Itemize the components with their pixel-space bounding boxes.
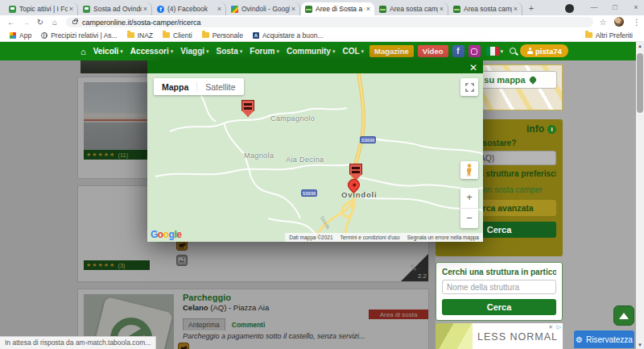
forward-icon[interactable]: → [19,16,32,28]
nav-col[interactable]: COL▾ [341,45,365,57]
user-account-button[interactable]: pista74 [520,44,568,57]
close-icon[interactable]: ✕ [469,62,477,73]
bookmark-apps[interactable]: App [10,31,31,39]
info-label: info [526,123,544,135]
gear-icon: ⚙ [576,335,583,344]
tab-close-icon[interactable]: × [291,5,295,13]
chevron-down-icon: ▾ [332,48,336,55]
back-icon[interactable]: ← [5,16,18,28]
tab-google-maps[interactable]: Ovindoli - Google Ma × [227,2,300,15]
globe-icon [41,32,47,39]
nav-veicoli[interactable]: Veicoli▾ [92,45,125,57]
scroll-to-top-button[interactable] [613,305,634,326]
bookmark-folder-inaz[interactable]: INAZ [127,31,153,39]
map-modal: ✕ [147,60,483,242]
nav-community[interactable]: Community▾ [285,45,337,57]
tab-close-icon[interactable]: × [217,5,221,13]
bookmark-folder-clienti[interactable]: Clienti [163,31,192,39]
nav-sosta[interactable]: Sosta▾ [215,45,245,57]
app-icon: A [253,32,259,39]
nav-label: Veicoli [93,47,119,56]
pegman-streetview-control[interactable] [460,161,478,179]
nav-label: Sosta [217,47,238,56]
ad-close-icon[interactable]: ✕ [548,324,553,330]
advertisement[interactable]: LESS NORMAL ✕ ▷ [436,323,563,349]
media-indicator-icon[interactable] [565,4,574,13]
zoom-out-button[interactable]: − [460,209,478,229]
menu-dots-icon[interactable]: ⋮ [630,16,643,28]
reload-icon[interactable]: ↻ [34,16,47,28]
bookmark-folder-personale[interactable]: Personale [202,31,243,39]
scrollbar-up-icon[interactable]: ▲ [636,42,644,50]
map-pin-icon [528,75,537,84]
structure-name-input[interactable] [442,280,556,294]
report-error-link[interactable]: Segnala un errore nella mappa [407,235,479,240]
home-icon[interactable]: ⌂ [48,16,61,28]
bookmark-label: App [19,31,31,39]
nav-label: Community [287,47,331,56]
tab-forum-topics[interactable]: Topic attivi | I Forum d × [5,2,78,15]
terms-link[interactable]: Termini e condizioni d'uso [341,235,400,240]
bookmark-acquistare[interactable]: A Acquistare a buon... [253,31,324,39]
scrollbar-down-icon[interactable]: ▼ [636,341,644,349]
tab-area-sosta-2[interactable]: Area sosta camper Pa × [449,2,522,15]
structure-search-button[interactable]: Cerca [442,299,556,315]
url-input[interactable]: camperonline.it/sosta-camper/ricerca [66,17,593,27]
camperonline-favicon-icon [305,6,312,13]
map-attribution: Dati mappa ©2021 Termini e condizioni d'… [285,233,483,242]
map-type-satellite-button[interactable]: Satellite [197,82,243,92]
tab-close-icon[interactable]: × [69,5,73,13]
fullscreen-button[interactable] [460,78,478,96]
other-bookmarks[interactable]: Altri Preferiti [585,31,633,39]
chevron-down-icon: ▾ [120,48,123,55]
tab-title: Topic attivi | I Forum d [19,5,68,13]
url-text: camperonline.it/sosta-camper/ricerca [82,19,201,27]
maximize-button[interactable]: □ [608,2,622,14]
tab-close-icon[interactable]: × [440,5,444,13]
folder-icon [163,32,170,38]
new-tab-button[interactable]: + [525,2,538,15]
zoom-in-button[interactable]: + [460,188,478,209]
nav-forum[interactable]: Forum▾ [248,45,281,57]
nav-accessori[interactable]: Accessori▾ [129,45,175,57]
forum-favicon-icon [83,6,90,13]
structure-search-title: Cerchi una struttura in particolare? [442,268,556,276]
adchoices-icon[interactable]: ▷ [557,324,561,330]
bookmark-label: Acquistare a buon... [262,31,324,39]
ad-text: LESS NORMAL [477,331,558,343]
tab-area-sosta-1[interactable]: Area sosta camper Pa × [375,2,448,15]
scrollbar-thumb[interactable] [637,53,643,113]
instagram-icon[interactable] [469,45,481,57]
google-map[interactable]: Campagnolo Magnola Aia Decina Ovindoli S… [147,73,483,242]
info-icon[interactable]: i [547,125,556,134]
page-scrollbar[interactable]: ▲ ▼ [636,42,644,349]
privacy-button[interactable]: ⚙ Riservatezza [574,330,634,348]
bookmark-label: Altri Preferiti [596,31,633,39]
structure-type-option[interactable]: con sosta camper [479,185,556,194]
minimize-button[interactable]: — [587,2,601,14]
bookmark-star-icon[interactable]: ☆ [597,16,609,28]
status-tooltip: In attesa di risposta da am-match.tabool… [0,336,156,349]
language-selector[interactable]: ▾ [485,45,506,57]
map-type-mappa-button[interactable]: Mappa [154,82,197,92]
chevron-down-icon: ▾ [361,48,365,55]
chevron-down-icon: ▾ [240,48,243,55]
tab-facebook[interactable]: f (4) Facebook × [153,2,226,15]
tab-aree-di-sosta-active[interactable]: Aree di Sosta a Ovind × [301,2,374,15]
close-window-button[interactable]: × [629,2,643,14]
profile-avatar[interactable] [614,17,624,27]
bookmark-precipizi[interactable]: Precipizi relativi | As... [41,31,118,39]
folder-icon [202,32,209,38]
road-badge-ss696: SS696 [301,189,317,197]
magazine-button[interactable]: Magazine [369,45,414,57]
tab-close-icon[interactable]: × [143,5,147,13]
nav-viaggi[interactable]: Viaggi▾ [179,45,210,57]
search-icon[interactable] [509,47,518,56]
facebook-icon[interactable]: f [452,45,464,57]
video-button[interactable]: Video [418,45,448,57]
tab-close-icon[interactable]: × [514,5,518,13]
site-home-icon[interactable]: ⌂ [79,45,88,58]
tab-sosta-ovindoli[interactable]: Sosta ad Ovindoli | I F × [79,2,152,15]
pegman-icon [465,164,473,177]
tab-close-icon[interactable]: × [366,5,370,13]
